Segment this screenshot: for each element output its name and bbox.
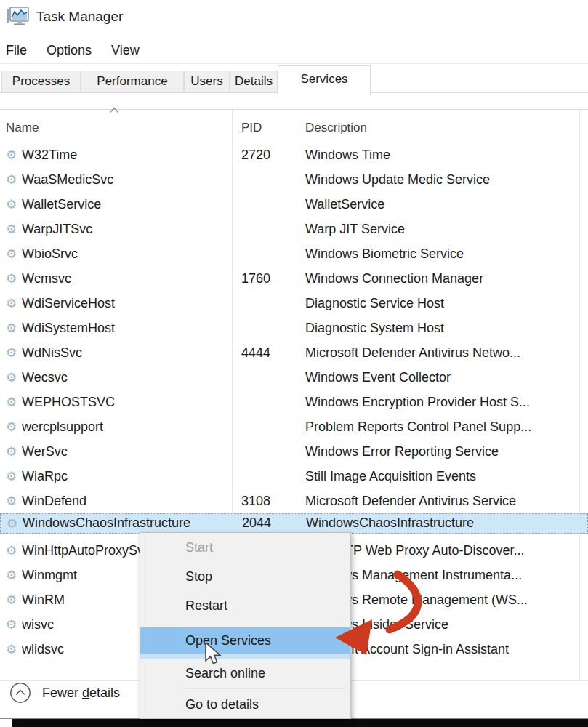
tabstrip-top-divider bbox=[0, 63, 588, 64]
tab-services[interactable]: Services bbox=[278, 65, 371, 95]
column-header-name[interactable]: Name bbox=[6, 113, 39, 142]
gear-icon: ⚙ bbox=[6, 316, 17, 340]
service-name: Wecsvc bbox=[22, 365, 231, 390]
service-name: WEPHOSTSVC bbox=[22, 390, 231, 414]
fewer-details-accesskey: d bbox=[82, 686, 89, 700]
gear-icon: ⚙ bbox=[6, 637, 17, 662]
service-description: WindowsChaosInfrastructure bbox=[306, 513, 579, 532]
service-name: W32Time bbox=[22, 142, 231, 167]
service-row[interactable]: ⚙WerSvcWindows Error Reporting Service bbox=[0, 439, 588, 464]
menu-bar: FileOptionsView bbox=[0, 38, 140, 63]
service-row[interactable]: ⚙WalletServiceWalletService bbox=[0, 192, 588, 217]
service-row[interactable]: ⚙wercplsupportProblem Reports Control Pa… bbox=[0, 414, 588, 439]
menubar-item-file[interactable]: File bbox=[6, 38, 27, 63]
fewer-details-label: etails bbox=[89, 686, 120, 700]
menu-item-stop[interactable]: Stop bbox=[140, 562, 350, 591]
sort-ascending-icon bbox=[109, 107, 119, 113]
menu-item-start: Start bbox=[140, 533, 350, 562]
gear-icon: ⚙ bbox=[6, 414, 17, 439]
gear-icon: ⚙ bbox=[6, 192, 17, 217]
service-name: WerSvc bbox=[22, 439, 231, 464]
gear-icon: ⚙ bbox=[6, 291, 17, 316]
service-description: Windows Encryption Provider Host S... bbox=[305, 390, 579, 414]
service-description: Warp JIT Service bbox=[305, 217, 579, 241]
gear-icon: ⚙ bbox=[6, 489, 17, 513]
service-description: Still Image Acquisition Events bbox=[305, 464, 579, 489]
gear-icon: ⚙ bbox=[6, 464, 17, 489]
service-description: WalletService bbox=[305, 192, 579, 217]
service-description: Problem Reports Control Panel Supp... bbox=[305, 414, 579, 439]
gear-icon: ⚙ bbox=[6, 167, 17, 192]
title-bar: Task Manager bbox=[0, 0, 588, 36]
column-header-pid[interactable]: PID bbox=[241, 113, 262, 142]
chevron-up-circle-icon[interactable] bbox=[9, 682, 31, 704]
service-row[interactable]: ⚙WecsvcWindows Event Collector bbox=[0, 365, 588, 390]
service-row[interactable]: ⚙WiaRpcStill Image Acquisition Events bbox=[0, 464, 588, 489]
service-name: Wcmsvc bbox=[22, 266, 231, 291]
service-name: WaaSMedicSvc bbox=[22, 167, 231, 192]
gear-icon: ⚙ bbox=[6, 266, 17, 291]
gear-icon: ⚙ bbox=[6, 538, 17, 563]
gear-icon: ⚙ bbox=[6, 340, 17, 365]
service-description: Diagnostic Service Host bbox=[305, 291, 579, 316]
service-name: WiaRpc bbox=[22, 464, 231, 489]
service-name: WalletService bbox=[22, 192, 231, 217]
column-header-description[interactable]: Description bbox=[305, 113, 367, 142]
gear-icon: ⚙ bbox=[6, 365, 17, 390]
service-name: WbioSrvc bbox=[22, 241, 231, 266]
window-title: Task Manager bbox=[36, 7, 123, 26]
gear-icon: ⚙ bbox=[6, 563, 17, 587]
service-description: Windows Update Medic Service bbox=[305, 167, 579, 192]
service-row[interactable]: ⚙Wcmsvc1760Windows Connection Manager bbox=[0, 266, 588, 291]
menubar-item-view[interactable]: View bbox=[111, 38, 140, 63]
service-row[interactable]: ⚙WdNisSvc4444Microsoft Defender Antiviru… bbox=[0, 340, 588, 365]
service-description: Windows Connection Manager bbox=[305, 266, 579, 291]
tab-details[interactable]: Details bbox=[230, 71, 278, 92]
menu-item-search-online[interactable]: Search online bbox=[140, 659, 350, 687]
service-name: WinDefend bbox=[22, 489, 231, 513]
service-pid: 1760 bbox=[241, 266, 292, 291]
service-row[interactable]: ⚙WinDefend3108Microsoft Defender Antivir… bbox=[0, 489, 588, 513]
service-row[interactable]: ⚙WaaSMedicSvcWindows Update Medic Servic… bbox=[0, 167, 588, 192]
service-row[interactable]: ⚙WEPHOSTSVCWindows Encryption Provider H… bbox=[0, 390, 588, 414]
service-description: Microsoft Defender Antivirus Service bbox=[305, 489, 579, 513]
tab-users[interactable]: Users bbox=[184, 71, 230, 92]
service-description: Windows Time bbox=[305, 142, 579, 167]
bottom-bar bbox=[12, 719, 588, 727]
gear-icon: ⚙ bbox=[6, 142, 17, 167]
service-name: WdiSystemHost bbox=[22, 316, 231, 340]
menu-item-open-services[interactable]: Open Services bbox=[140, 627, 350, 659]
service-row[interactable]: ⚙WarpJITSvcWarp JIT Service bbox=[0, 217, 588, 241]
service-name: wercplsupport bbox=[22, 414, 231, 439]
task-manager-icon bbox=[6, 6, 29, 26]
tab-processes[interactable]: Processes bbox=[1, 71, 81, 92]
service-row[interactable]: ⚙WdiSystemHostDiagnostic System Host bbox=[0, 316, 588, 340]
service-description: Windows Event Collector bbox=[305, 365, 579, 390]
service-pid: 4444 bbox=[241, 340, 292, 365]
service-row[interactable]: ⚙WbioSrvcWindows Biometric Service bbox=[0, 241, 588, 266]
menu-item-restart[interactable]: Restart bbox=[140, 591, 350, 620]
fewer-details-label: Fewer bbox=[42, 686, 82, 700]
service-description: Windows Error Reporting Service bbox=[305, 439, 579, 464]
fewer-details-button[interactable]: Fewer details bbox=[42, 682, 120, 704]
service-name: WdNisSvc bbox=[22, 340, 231, 365]
tab-performance[interactable]: Performance bbox=[81, 71, 184, 92]
service-row[interactable]: ⚙W32Time2720Windows Time bbox=[0, 142, 588, 167]
service-row[interactable]: ⚙WdiServiceHostDiagnostic Service Host bbox=[0, 291, 588, 316]
context-menu: StartStopRestartOpen ServicesSearch onli… bbox=[140, 532, 351, 719]
service-name: WdiServiceHost bbox=[22, 291, 231, 316]
service-description: Microsoft Defender Antivirus Netwo... bbox=[305, 340, 579, 365]
table-top-divider bbox=[0, 109, 588, 110]
menu-item-go-to-details[interactable]: Go to details bbox=[140, 691, 350, 718]
service-pid: 2044 bbox=[242, 513, 293, 532]
service-pid: 3108 bbox=[241, 489, 292, 513]
gear-icon: ⚙ bbox=[6, 439, 17, 464]
gear-icon: ⚙ bbox=[7, 514, 17, 533]
menu-separator bbox=[140, 687, 350, 691]
service-description: Diagnostic System Host bbox=[305, 316, 579, 340]
menubar-item-options[interactable]: Options bbox=[47, 38, 92, 63]
gear-icon: ⚙ bbox=[6, 612, 17, 637]
service-name: WarpJITSvc bbox=[22, 217, 231, 241]
gear-icon: ⚙ bbox=[6, 217, 17, 241]
service-row[interactable]: ⚙WindowsChaosInfrastructure2044WindowsCh… bbox=[0, 513, 588, 534]
